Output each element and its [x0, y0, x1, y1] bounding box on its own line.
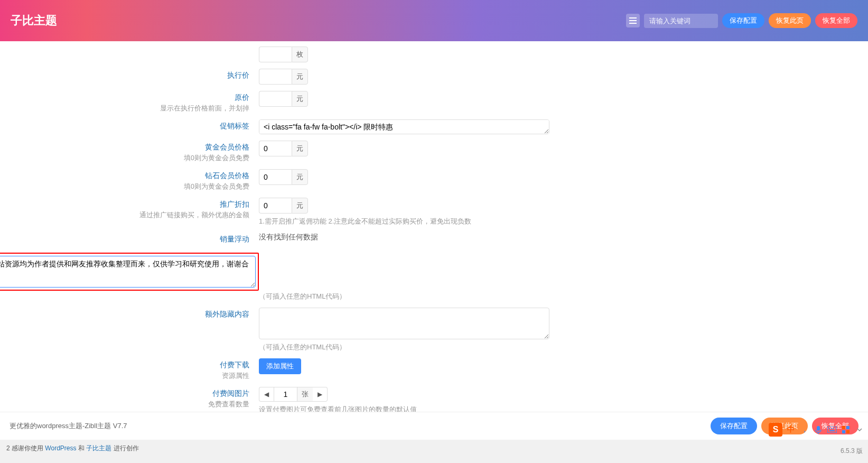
extra-hidden-textarea[interactable] — [259, 308, 549, 339]
ime-toolbar: S 中 ， — [769, 423, 865, 431]
row-gold-price: 黄金会员价格 填0则为黄金会员免费 元 — [0, 141, 868, 163]
footer-bar: 更优雅的wordpress主题-Zibll主题 V7.7 保存配置 恢复此页 恢… — [0, 412, 868, 431]
paid-images-count-input[interactable] — [274, 387, 297, 402]
sales-float-text: 没有找到任何数据 — [259, 233, 318, 242]
header-restore-page-button[interactable]: 恢复此页 — [769, 13, 811, 28]
diamond-price-sublabel: 填0则为黄金会员免费 — [0, 182, 249, 191]
extra-hidden-label: 额外隐藏内容 — [0, 310, 249, 319]
svg-rect-0 — [817, 426, 820, 431]
spinner-increment-button[interactable]: ▶ — [313, 387, 328, 402]
ime-lang-cn-icon[interactable]: 中 — [786, 424, 796, 431]
promo-discount-hint: 1.需开启推广返佣功能 2.注意此金不能超过实际购买价，避免出现负数 — [259, 217, 471, 226]
row-extra-hidden: 额外隐藏内容 （可插入任意的HTML代码） — [0, 308, 868, 352]
row-diamond-price: 钻石会员价格 填0则为黄金会员免费 元 — [0, 169, 868, 191]
paid-images-sublabel: 免费查看数量 — [0, 400, 249, 409]
row-sales-float: 销量浮动 没有找到任何数据 — [0, 233, 868, 244]
more-detail-hint: （可插入任意的HTML代码） — [259, 292, 346, 301]
add-attribute-button[interactable]: 添加属性 — [259, 358, 301, 374]
orig-price-unit: 元 — [292, 91, 308, 107]
footer-save-config-button[interactable]: 保存配置 — [711, 418, 757, 431]
menu-bars-icon[interactable] — [626, 14, 640, 27]
extra-hidden-hint: （可插入任意的HTML代码） — [259, 342, 549, 352]
puzzle-icon[interactable] — [841, 424, 851, 431]
exec-price-unit: 元 — [292, 69, 308, 85]
row-promo-discount: 推广折扣 通过推广链接购买，额外优惠的金额 元 1.需开启推广返佣功能 2.注意… — [0, 198, 868, 226]
row-orig-price: 原价 显示在执行价格前面，并划掉 元 — [0, 91, 868, 113]
svg-rect-6 — [842, 426, 845, 429]
exec-price-input[interactable] — [259, 69, 292, 85]
gold-price-label: 黄金会员价格 — [0, 143, 249, 152]
top-partial-input[interactable] — [259, 47, 292, 62]
diamond-price-unit: 元 — [292, 169, 308, 185]
microphone-icon[interactable] — [813, 424, 824, 431]
main-form-area: 枚 执行价 元 原价 显示在执行价格前面，并划掉 元 — [0, 41, 868, 431]
row-paid-images: 付费阅图片 免费查看数量 ◀ 张 ▶ 设置付费图片可免费查看前几张图片的数量的默… — [0, 387, 868, 414]
svg-rect-9 — [846, 430, 850, 431]
gold-price-unit: 元 — [292, 141, 308, 156]
paid-images-label: 付费阅图片 — [0, 389, 249, 399]
ime-punct-icon[interactable]: ， — [799, 424, 810, 431]
svg-rect-7 — [846, 426, 850, 429]
top-header: 子比主题 保存配置 恢复此页 恢复全部 — [0, 0, 868, 41]
header-restore-all-button[interactable]: 恢复全部 — [815, 13, 857, 28]
orig-price-input[interactable] — [259, 91, 292, 107]
promo-tag-label: 促销标签 — [0, 122, 249, 131]
row-more-detail: 更多详情 — [0, 251, 868, 291]
paid-images-unit: 张 — [297, 387, 313, 402]
promo-discount-label: 推广折扣 — [0, 200, 249, 209]
top-partial-unit: 枚 — [292, 47, 308, 62]
more-detail-textarea[interactable] — [0, 256, 256, 288]
svg-rect-2 — [829, 428, 830, 429]
spinner-decrement-button[interactable]: ◀ — [259, 387, 274, 402]
promo-discount-input[interactable] — [259, 198, 292, 214]
svg-rect-8 — [842, 430, 845, 431]
gold-price-input[interactable] — [259, 141, 292, 156]
exec-price-label: 执行价 — [0, 71, 249, 80]
header-save-config-button[interactable]: 保存配置 — [722, 13, 764, 28]
diamond-price-label: 钻石会员价格 — [0, 171, 249, 181]
search-input[interactable] — [644, 14, 718, 28]
promo-tag-textarea[interactable] — [259, 119, 549, 134]
promo-discount-unit: 元 — [292, 198, 308, 214]
footer-text: 更优雅的wordpress主题-Zibll主题 V7.7 — [10, 421, 127, 431]
paid-download-label: 付费下载 — [0, 360, 249, 370]
site-title: 子比主题 — [11, 7, 57, 34]
svg-rect-5 — [829, 430, 835, 431]
row-exec-price: 执行价 元 — [0, 69, 868, 85]
diamond-price-input[interactable] — [259, 169, 292, 185]
sales-float-label: 销量浮动 — [0, 235, 249, 244]
row-more-detail-hint: （可插入任意的HTML代码） — [0, 292, 868, 301]
keyboard-icon[interactable] — [827, 424, 837, 431]
svg-rect-3 — [831, 428, 832, 429]
more-detail-highlight-box: 更多详情 — [0, 253, 259, 291]
header-right-controls: 保存配置 恢复此页 恢复全部 — [626, 13, 857, 28]
orig-price-label: 原价 — [0, 93, 249, 103]
paid-download-sublabel: 资源属性 — [0, 371, 249, 381]
row-paid-download: 付费下载 资源属性 添加属性 — [0, 358, 868, 381]
row-promo-tag: 促销标签 — [0, 119, 868, 134]
orig-price-sublabel: 显示在执行价格前面，并划掉 — [0, 104, 249, 113]
row-top-partial: 枚 — [0, 47, 868, 62]
sogou-ime-icon[interactable]: S — [769, 423, 782, 431]
promo-discount-sublabel: 通过推广链接购买，额外优惠的金额 — [0, 210, 249, 220]
expand-arrow-icon[interactable] — [854, 424, 865, 431]
gold-price-sublabel: 填0则为黄金会员免费 — [0, 153, 249, 163]
svg-rect-4 — [833, 428, 834, 429]
